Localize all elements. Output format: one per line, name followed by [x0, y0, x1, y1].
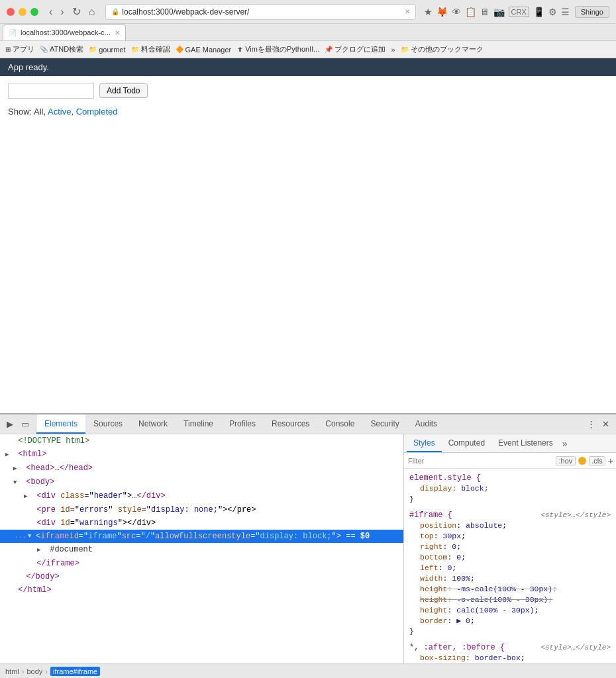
- menu-icon[interactable]: ☰: [561, 7, 570, 17]
- crx-label[interactable]: CRX: [509, 7, 529, 17]
- dom-line[interactable]: <body>: [0, 475, 403, 489]
- bookmarks-bar: ⊞ アプリ 📎 ATND検索 📁 gourmet 📁 料金確認 🔶 GAE Ma…: [0, 41, 616, 58]
- bookmark-atnd-label: ATND検索: [50, 44, 83, 54]
- mobile-icon[interactable]: 📱: [533, 7, 544, 17]
- tab-network[interactable]: Network: [130, 414, 176, 434]
- tab-close-button[interactable]: ✕: [115, 29, 120, 36]
- tab-elements[interactable]: Elements: [36, 414, 85, 434]
- nav-refresh-button[interactable]: ↻: [70, 4, 83, 19]
- dom-line[interactable]: <head>…</head>: [0, 461, 403, 475]
- nav-home-button[interactable]: ⌂: [86, 5, 98, 19]
- dom-line[interactable]: </iframe>: [0, 557, 403, 570]
- triangle-icon[interactable]: [13, 477, 21, 489]
- triangle-icon[interactable]: [5, 449, 13, 461]
- dom-line[interactable]: <html>: [0, 448, 403, 461]
- triangle-icon[interactable]: [28, 530, 36, 542]
- eye-icon[interactable]: 👁: [452, 7, 461, 17]
- triangle-icon[interactable]: [13, 463, 21, 475]
- bookmark-gae[interactable]: 🔶 GAE Manager: [176, 46, 232, 54]
- nav-back-button[interactable]: ‹: [46, 5, 55, 19]
- breadcrumb-body[interactable]: body: [26, 667, 42, 675]
- bookmark-gae-label: GAE Manager: [185, 46, 232, 54]
- dom-line-selected[interactable]: ... <iframe id="iframe" src="/" allowful…: [0, 530, 403, 543]
- devtools-breadcrumb: html › body › iframe#iframe: [0, 663, 616, 678]
- dom-line[interactable]: #document: [0, 543, 403, 557]
- address-tab-close[interactable]: ✕: [405, 8, 410, 15]
- devtools-left-icons: ▶ ▭: [0, 414, 36, 434]
- devtools-tabs: Elements Sources Network Timeline Profil…: [36, 414, 580, 434]
- atnd-icon: 📎: [40, 46, 48, 53]
- traffic-light-red[interactable]: [7, 8, 15, 16]
- show-filter: Show: All, Active, Completed: [8, 107, 608, 117]
- address-bar[interactable]: 🔒 localhost:3000/webpack-dev-server/ ✕: [105, 4, 415, 20]
- tab-console[interactable]: Console: [317, 414, 362, 434]
- dom-line[interactable]: <pre id="errors" style="display: none;">…: [0, 503, 403, 516]
- tab-profiles[interactable]: Profiles: [221, 414, 264, 434]
- devtools-close-button[interactable]: ✕: [601, 418, 611, 430]
- lock-icon: 🔒: [111, 8, 119, 15]
- nav-forward-button[interactable]: ›: [58, 5, 66, 19]
- styles-panel: Styles Computed Event Listeners » :hov .…: [404, 434, 616, 663]
- profile-button[interactable]: Shingo: [575, 6, 609, 18]
- indicator-dots: ...: [15, 530, 26, 542]
- breadcrumb-iframe[interactable]: iframe#iframe: [50, 667, 100, 676]
- styles-filter-bar: :hov .cls +: [404, 453, 616, 469]
- dom-line[interactable]: <!DOCTYPE html>: [0, 434, 403, 448]
- filter-cls-button[interactable]: .cls: [589, 456, 605, 465]
- devtools: ▶ ▭ Elements Sources Network Timeline Pr…: [0, 413, 616, 678]
- todo-input-row: Add Todo: [8, 83, 608, 99]
- tab-bar: 📄 localhost:3000/webpack-c... ✕: [0, 24, 616, 41]
- dom-line[interactable]: </html>: [0, 583, 403, 597]
- triangle-icon[interactable]: [37, 544, 45, 556]
- others-icon: 📁: [401, 46, 409, 53]
- bookmark-gourmet-label: gourmet: [99, 46, 125, 54]
- tab-audits[interactable]: Audits: [407, 414, 445, 434]
- tab-resources[interactable]: Resources: [264, 414, 317, 434]
- dom-line[interactable]: <div class="header">…</div>: [0, 489, 403, 503]
- devtools-inspect-button[interactable]: ▶: [5, 418, 15, 430]
- dom-line[interactable]: </body>: [0, 570, 403, 583]
- right-tab-more[interactable]: »: [560, 438, 570, 449]
- filter-plus-button[interactable]: +: [608, 456, 613, 466]
- clipboard-icon[interactable]: 📋: [465, 7, 476, 17]
- filter-hov-button[interactable]: :hov: [556, 456, 576, 465]
- bookmark-atnd[interactable]: 📎 ATND検索: [40, 44, 83, 54]
- bookmark-star-icon[interactable]: ★: [424, 7, 433, 17]
- bookmarks-more[interactable]: »: [391, 46, 395, 54]
- traffic-light-yellow[interactable]: [19, 8, 26, 16]
- bookmark-ryokin[interactable]: 📁 料金確認: [131, 44, 170, 54]
- filter-dot-button[interactable]: [578, 457, 586, 465]
- breadcrumb-html[interactable]: html: [5, 667, 19, 675]
- bookmark-vim[interactable]: 🗡 Vimを最強のPythonII...: [236, 44, 319, 54]
- browser-tab[interactable]: 📄 localhost:3000/webpack-c... ✕: [3, 24, 126, 40]
- bookmark-gourmet[interactable]: 📁 gourmet: [89, 46, 125, 54]
- bookmark-others[interactable]: 📁 その他のブックマーク: [401, 44, 484, 54]
- bookmark-apps[interactable]: ⊞ アプリ: [5, 44, 34, 54]
- firefox-icon[interactable]: 🦊: [436, 7, 448, 17]
- bookmark-bukurog[interactable]: 📌 ブクログに追加: [325, 44, 385, 54]
- tab-sources[interactable]: Sources: [85, 414, 130, 434]
- todo-input[interactable]: [8, 83, 94, 99]
- capture-icon[interactable]: 📷: [493, 7, 505, 17]
- right-tab-computed[interactable]: Computed: [442, 434, 491, 452]
- toolbar-icons: ★ 🦊 👁 📋 🖥 📷 CRX 📱 ⚙ ☰: [424, 7, 570, 17]
- settings-icon[interactable]: ⚙: [548, 7, 557, 17]
- triangle-icon[interactable]: [24, 491, 32, 503]
- style-rule: #iframe { <style>…</style> position: abs…: [404, 508, 616, 638]
- traffic-lights: [7, 8, 38, 16]
- add-todo-button[interactable]: Add Todo: [99, 83, 148, 98]
- styles-filter-input[interactable]: [407, 457, 553, 465]
- devtools-device-button[interactable]: ▭: [20, 418, 30, 430]
- traffic-light-green[interactable]: [30, 8, 38, 16]
- devtools-more-button[interactable]: ⋮: [586, 418, 597, 430]
- tab-timeline[interactable]: Timeline: [176, 414, 221, 434]
- browser-titlebar: ‹ › ↻ ⌂ 🔒 localhost:3000/webpack-dev-ser…: [0, 0, 616, 24]
- dom-line[interactable]: <div id="warnings"></div>: [0, 516, 403, 530]
- right-tab-event-listeners[interactable]: Event Listeners: [491, 434, 560, 452]
- filter-completed-link[interactable]: Completed: [76, 107, 118, 117]
- desktop-icon[interactable]: 🖥: [480, 7, 489, 17]
- gourmet-icon: 📁: [89, 46, 97, 53]
- right-tab-styles[interactable]: Styles: [407, 434, 442, 452]
- filter-active-link[interactable]: Active: [48, 107, 71, 117]
- tab-security[interactable]: Security: [362, 414, 407, 434]
